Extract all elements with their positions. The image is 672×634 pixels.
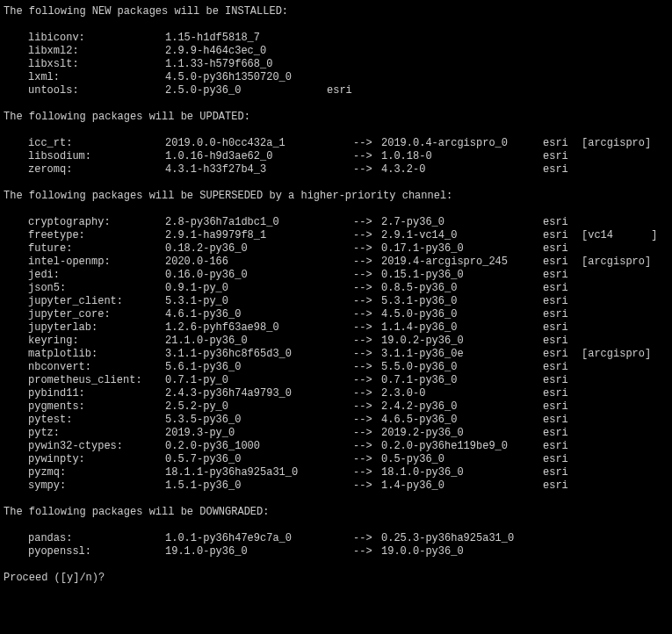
- indent: [4, 150, 28, 163]
- indent: [4, 387, 28, 400]
- supersede-row: keyring:21.1.0-py36_0--> 19.0.2-py36_0es…: [4, 335, 668, 348]
- package-version: 2.5.0-py36_0: [165, 84, 327, 97]
- package-to-version: 1.0.18-0: [381, 150, 543, 163]
- indent: [4, 440, 28, 453]
- indent: [4, 137, 28, 150]
- package-version: 1.15-h1df5818_7: [165, 32, 327, 45]
- supersede-row: pytest:5.3.5-py36_0--> 4.6.5-py36_0esri: [4, 414, 668, 427]
- arrow-icon: -->: [353, 242, 381, 256]
- blank-line: [4, 18, 668, 32]
- arrow-icon: -->: [353, 532, 381, 545]
- package-channel: esri: [543, 361, 582, 374]
- indent: [4, 321, 28, 335]
- package-to-version: 5.5.0-py36_0: [381, 361, 543, 374]
- supersede-row: pytz:2019.3-py_0--> 2019.2-py36_0esri: [4, 427, 668, 440]
- arrow-icon: -->: [353, 374, 381, 387]
- indent: [4, 308, 28, 321]
- package-name: matplotlib:: [28, 348, 165, 361]
- package-from-version: 1.2.6-pyhf63ae98_0: [165, 321, 353, 335]
- package-extra: [vc14 ]: [582, 229, 657, 242]
- indent: [4, 545, 28, 558]
- arrow-icon: -->: [353, 387, 381, 400]
- package-to-version: 0.8.5-py36_0: [381, 282, 543, 295]
- package-from-version: 2.9.1-ha9979f8_1: [165, 229, 353, 242]
- package-to-version: 19.0.0-py36_0: [381, 545, 543, 558]
- supersede-row: pygments:2.5.2-py_0--> 2.4.2-py36_0esri: [4, 400, 668, 414]
- update-header: The following packages will be UPDATED:: [4, 111, 668, 124]
- arrow-icon: -->: [353, 150, 381, 163]
- indent: [4, 348, 28, 361]
- package-from-version: 4.3.1-h33f27b4_3: [165, 163, 353, 177]
- package-version: 4.5.0-py36h1350720_0: [165, 71, 327, 84]
- package-to-version: 1.1.4-py36_0: [381, 321, 543, 335]
- package-name: json5:: [28, 282, 165, 295]
- supersede-row: jupyter_client:5.3.1-py_0--> 5.3.1-py36_…: [4, 295, 668, 308]
- package-name: zeromq:: [28, 163, 165, 177]
- package-name: cryptography:: [28, 216, 165, 229]
- install-row: lxml:4.5.0-py36h1350720_0: [4, 71, 668, 84]
- supersede-row: freetype:2.9.1-ha9979f8_1--> 2.9.1-vc14_…: [4, 229, 668, 242]
- package-name: freetype:: [28, 229, 165, 242]
- indent: [4, 414, 28, 427]
- downgrade-header: The following packages will be DOWNGRADE…: [4, 506, 668, 519]
- indent: [4, 400, 28, 414]
- package-channel: esri: [543, 453, 582, 466]
- package-channel: esri: [543, 374, 582, 387]
- supersede-row: pyzmq:18.1.1-py36ha925a31_0--> 18.1.0-py…: [4, 466, 668, 479]
- proceed-prompt[interactable]: Proceed ([y]/n)?: [4, 572, 668, 585]
- package-name: nbconvert:: [28, 361, 165, 374]
- package-channel: esri: [543, 308, 582, 321]
- package-channel: esri: [543, 400, 582, 414]
- package-name: pywin32-ctypes:: [28, 440, 165, 453]
- package-to-version: 19.0.2-py36_0: [381, 335, 543, 348]
- indent: [4, 163, 28, 177]
- install-row: libxslt:1.1.33-h579f668_0: [4, 58, 668, 71]
- arrow-icon: -->: [353, 256, 381, 269]
- downgrade-row: pandas:1.0.1-py36h47e9c7a_0--> 0.25.3-py…: [4, 532, 668, 545]
- package-from-version: 4.6.1-py36_0: [165, 308, 353, 321]
- package-to-version: 0.17.1-py36_0: [381, 242, 543, 256]
- package-to-version: 2.9.1-vc14_0: [381, 229, 543, 242]
- indent: [4, 229, 28, 242]
- supersede-row: sympy:1.5.1-py36_0--> 1.4-py36_0esri: [4, 479, 668, 493]
- package-to-version: 1.4-py36_0: [381, 479, 543, 493]
- package-channel: esri: [543, 321, 582, 335]
- package-to-version: 18.1.0-py36_0: [381, 466, 543, 479]
- package-to-version: 2.7-py36_0: [381, 216, 543, 229]
- package-name: keyring:: [28, 335, 165, 348]
- package-name: pytz:: [28, 427, 165, 440]
- indent: [4, 32, 28, 45]
- indent: [4, 269, 28, 282]
- arrow-icon: -->: [353, 229, 381, 242]
- package-to-version: 2019.2-py36_0: [381, 427, 543, 440]
- package-to-version: 4.5.0-py36_0: [381, 308, 543, 321]
- indent: [4, 361, 28, 374]
- package-name: libsodium:: [28, 150, 165, 163]
- indent: [4, 532, 28, 545]
- package-name: pybind11:: [28, 387, 165, 400]
- package-from-version: 1.0.1-py36h47e9c7a_0: [165, 532, 353, 545]
- supersede-row: pywinpty:0.5.7-py36_0--> 0.5-py36_0esri: [4, 453, 668, 466]
- indent: [4, 58, 28, 71]
- arrow-icon: -->: [353, 427, 381, 440]
- arrow-icon: -->: [353, 440, 381, 453]
- install-header: The following NEW packages will be INSTA…: [4, 5, 668, 18]
- package-channel: esri: [543, 427, 582, 440]
- package-name: sympy:: [28, 479, 165, 493]
- package-to-version: 2.4.2-py36_0: [381, 400, 543, 414]
- package-name: intel-openmp:: [28, 256, 165, 269]
- downgrade-row: pyopenssl:19.1.0-py36_0--> 19.0.0-py36_0: [4, 545, 668, 558]
- package-extra: [arcgispro]: [582, 137, 651, 150]
- indent: [4, 295, 28, 308]
- package-name: future:: [28, 242, 165, 256]
- supersede-row: matplotlib:3.1.1-py36hc8f65d3_0--> 3.1.1…: [4, 348, 668, 361]
- package-channel: esri: [543, 269, 582, 282]
- package-from-version: 18.1.1-py36ha925a31_0: [165, 466, 353, 479]
- package-name: jupyter_client:: [28, 295, 165, 308]
- package-to-version: 2.3.0-0: [381, 387, 543, 400]
- package-channel: esri: [543, 440, 582, 453]
- package-from-version: 3.1.1-py36hc8f65d3_0: [165, 348, 353, 361]
- package-channel: esri: [543, 137, 582, 150]
- package-channel: esri: [543, 163, 582, 177]
- arrow-icon: -->: [353, 321, 381, 335]
